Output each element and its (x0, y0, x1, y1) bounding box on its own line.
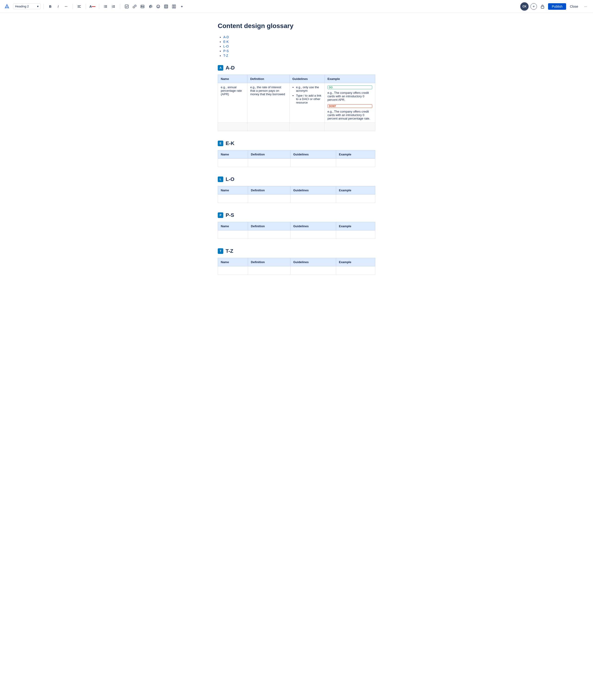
col-header-definition: Definition (248, 150, 290, 159)
lock-icon-button[interactable] (539, 3, 546, 10)
mention-button[interactable] (147, 3, 154, 10)
align-button[interactable] (76, 3, 83, 10)
task-icon (125, 5, 128, 8)
col-header-name: Name (218, 258, 248, 266)
col-header-name: Name (218, 186, 248, 195)
col-header-guidelines: Guidelines (290, 222, 336, 231)
svg-rect-6 (105, 6, 107, 7)
example-dont-text: e.g., The company offers credit cards wi… (327, 110, 372, 120)
nav-link-ek[interactable]: E-K (223, 40, 229, 44)
cell-example-empty (336, 231, 375, 239)
svg-rect-0 (78, 5, 81, 6)
col-header-definition: Definition (248, 186, 290, 195)
section-badge-t: T (218, 248, 223, 254)
color-button[interactable]: A (89, 3, 96, 10)
svg-point-3 (104, 5, 105, 6)
task-button[interactable] (123, 3, 130, 10)
cell-guidelines-empty (290, 231, 336, 239)
col-header-example: Example (324, 75, 375, 83)
cell-name-empty (218, 195, 248, 203)
italic-button[interactable]: I (54, 3, 62, 10)
section-title-tz: T-Z (226, 248, 233, 254)
nav-list: A-D E-K L-O P-S T-Z (218, 35, 375, 57)
svg-rect-2 (78, 7, 81, 8)
color-group: A (89, 3, 96, 10)
section-tz: T T-Z Name Definition Guidelines Example (218, 248, 375, 275)
close-button[interactable]: Close (568, 3, 580, 10)
table-tz: Name Definition Guidelines Example (218, 258, 375, 275)
cell-name: e.g., annual percentage rate (APR) (218, 83, 247, 123)
cell-guidelines-empty (290, 266, 336, 275)
link-button[interactable] (131, 3, 138, 10)
svg-point-18 (150, 6, 151, 7)
section-header-ad: A A-D (218, 65, 375, 71)
nav-link-lo[interactable]: L-O (223, 44, 229, 48)
nav-link-ad[interactable]: A-D (223, 35, 229, 39)
section-lo: L L-O Name Definition Guidelines Example (218, 176, 375, 203)
section-ps: P P-S Name Definition Guidelines Example (218, 212, 375, 239)
section-badge-p: P (218, 212, 223, 218)
svg-point-19 (157, 5, 160, 8)
cell-example-empty (324, 123, 375, 131)
action-group: + (123, 3, 186, 10)
table-header-row: Name Definition Guidelines Example (218, 150, 375, 159)
svg-rect-12 (113, 6, 115, 7)
more-insert-button[interactable]: + (178, 3, 186, 10)
numbered-list-button[interactable]: 1. 2. 3. (110, 3, 117, 10)
svg-rect-8 (105, 7, 107, 8)
table-row (218, 195, 375, 203)
bold-button[interactable]: B (47, 3, 54, 10)
svg-rect-15 (125, 5, 128, 8)
publish-button[interactable]: Publish (548, 3, 566, 10)
align-icon (77, 5, 81, 8)
avatar-button[interactable]: CK (520, 2, 528, 11)
list-item: L-O (223, 44, 375, 48)
section-ek: E E-K Name Definition Guidelines Example (218, 141, 375, 167)
cell-guidelines: e.g., only use the acronym Type / to add… (289, 83, 324, 123)
table-ek: Name Definition Guidelines Example (218, 150, 375, 167)
cell-definition-empty (248, 231, 290, 239)
cell-definition-empty (248, 195, 290, 203)
section-title-ad: A-D (226, 65, 235, 71)
table-button[interactable] (162, 3, 170, 10)
section-badge-e: E (218, 141, 223, 146)
nav-link-ps[interactable]: P-S (223, 49, 229, 53)
svg-point-21 (159, 6, 159, 6)
divider-3 (86, 4, 86, 9)
toolbar-right: CK + Publish Close ··· (520, 2, 589, 11)
cell-guidelines-empty (289, 123, 324, 131)
dont-badge: DONT (327, 104, 372, 108)
table-ad: Name Definition Guidelines Example e.g.,… (218, 75, 375, 131)
col-header-definition: Definition (248, 222, 290, 231)
bullet-list-button[interactable] (102, 3, 109, 10)
example-do-text: e.g., The company offers credit cards wi… (327, 91, 372, 102)
cell-definition-empty (247, 123, 289, 131)
svg-point-20 (158, 6, 158, 6)
table-header-row: Name Definition Guidelines Example (218, 75, 375, 83)
more-options-button[interactable]: ··· (582, 3, 589, 10)
col-header-example: Example (336, 150, 375, 159)
lock-icon (541, 4, 545, 8)
add-collaborator-button[interactable]: + (530, 3, 537, 10)
list-item: T-Z (223, 54, 375, 57)
heading-selector[interactable]: Heading 2 ▾ (13, 3, 41, 9)
table-row (218, 123, 375, 131)
heading-selector-label: Heading 2 (15, 5, 29, 8)
section-header-ek: E E-K (218, 141, 375, 146)
section-header-lo: L L-O (218, 176, 375, 182)
more-format-button[interactable]: ··· (62, 3, 70, 10)
emoji-button[interactable] (155, 3, 162, 10)
main-content: Content design glossary A-D E-K L-O P-S … (204, 13, 389, 303)
table-header-row: Name Definition Guidelines Example (218, 222, 375, 231)
image-button[interactable] (139, 3, 146, 10)
emoji-icon (156, 5, 160, 8)
image-icon (141, 5, 144, 8)
svg-rect-10 (113, 5, 115, 6)
nav-link-tz[interactable]: T-Z (223, 54, 228, 57)
col-header-name: Name (218, 150, 248, 159)
section-title-ek: E-K (226, 141, 234, 146)
section-header-ps: P P-S (218, 212, 375, 218)
list-item: P-S (223, 49, 375, 53)
cell-definition: e.g., the rate of interest that a person… (247, 83, 289, 123)
layout-button[interactable] (170, 3, 178, 10)
